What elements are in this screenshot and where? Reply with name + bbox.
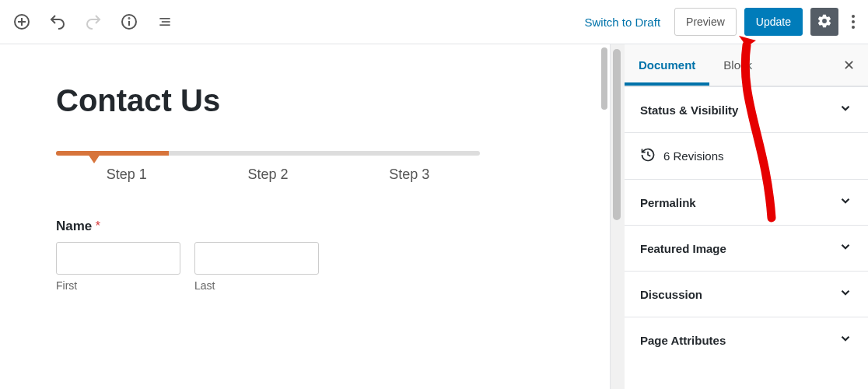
progress-fill <box>56 151 169 156</box>
required-indicator: * <box>96 219 100 233</box>
panel-page-attributes[interactable]: Page Attributes <box>625 317 868 363</box>
step-2-label[interactable]: Step 2 <box>198 166 339 183</box>
panel-status-visibility[interactable]: Status & Visibility <box>625 86 868 132</box>
add-block-icon[interactable] <box>8 8 36 36</box>
svg-point-10 <box>852 20 855 23</box>
svg-point-11 <box>852 26 855 29</box>
name-field-label: Name <box>56 219 92 233</box>
panel-permalink-label: Permalink <box>640 196 696 209</box>
revisions-count: 6 Revisions <box>663 149 724 163</box>
last-name-input[interactable] <box>194 242 319 275</box>
chevron-down-icon <box>838 194 852 211</box>
update-button[interactable]: Update <box>744 8 803 36</box>
panel-revisions[interactable]: 6 Revisions <box>625 132 868 179</box>
outline-icon[interactable] <box>151 8 179 36</box>
sidebar-scrollbar[interactable] <box>611 44 625 389</box>
step-3-label[interactable]: Step 3 <box>338 166 480 183</box>
first-name-input[interactable] <box>56 242 180 275</box>
name-field-block: Name * First Last <box>56 219 554 292</box>
sidebar-tabs: Document Block ✕ <box>625 44 868 86</box>
last-name-sublabel: Last <box>194 279 319 292</box>
panel-featured-image-label: Featured Image <box>640 242 726 255</box>
history-icon <box>640 147 656 165</box>
tab-block[interactable]: Block <box>709 44 766 86</box>
progress-marker-icon <box>88 154 100 163</box>
tab-document[interactable]: Document <box>625 44 709 86</box>
settings-sidebar: Document Block ✕ Status & Visibility 6 R… <box>610 44 868 389</box>
step-1-label[interactable]: Step 1 <box>56 166 198 183</box>
preview-button[interactable]: Preview <box>674 8 737 36</box>
settings-button[interactable] <box>810 8 838 36</box>
form-progress <box>56 151 554 156</box>
undo-icon[interactable] <box>44 8 72 36</box>
page-title[interactable]: Contact Us <box>56 83 554 118</box>
panel-permalink[interactable]: Permalink <box>625 179 868 225</box>
steps-row: Step 1 Step 2 Step 3 <box>56 166 480 183</box>
panel-discussion[interactable]: Discussion <box>625 271 868 317</box>
chevron-down-icon <box>838 240 852 257</box>
first-name-sublabel: First <box>56 279 180 292</box>
redo-icon <box>79 8 107 36</box>
editor-toolbar: Switch to Draft Preview Update <box>0 0 868 44</box>
info-icon[interactable] <box>115 8 143 36</box>
panel-page-attributes-label: Page Attributes <box>640 334 726 347</box>
switch-to-draft-link[interactable]: Switch to Draft <box>579 11 667 33</box>
panel-featured-image[interactable]: Featured Image <box>625 225 868 271</box>
gear-icon <box>817 13 832 31</box>
panel-discussion-label: Discussion <box>640 288 702 301</box>
chevron-down-icon <box>838 331 852 349</box>
svg-point-9 <box>852 15 855 18</box>
editor-scrollbar[interactable] <box>596 44 610 389</box>
chevron-down-icon <box>838 101 852 118</box>
svg-point-5 <box>129 18 130 19</box>
toolbar-right: Switch to Draft Preview Update <box>579 8 860 36</box>
more-options-icon[interactable] <box>846 14 860 30</box>
toolbar-left <box>8 8 179 36</box>
chevron-down-icon <box>838 286 852 303</box>
editor-canvas[interactable]: Contact Us Step 1 Step 2 Step 3 Name * <box>0 44 610 389</box>
panel-status-label: Status & Visibility <box>640 103 738 117</box>
close-sidebar-icon[interactable]: ✕ <box>837 57 860 74</box>
